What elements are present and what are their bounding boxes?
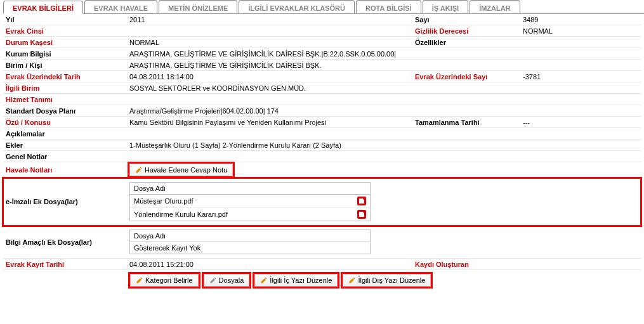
tab-imzalar[interactable]: İMZALAR [470, 0, 520, 13]
file-name: Yönlendirme Kurulu Kararı.pdf [134, 211, 357, 218]
pdf-icon[interactable] [357, 210, 366, 219]
file-row[interactable]: Müsteşar Oluru.pdf [130, 195, 370, 208]
bilgi-file-table: Dosya Adı Gösterecek Kayıt Yok [129, 230, 371, 254]
value-sayi: 3489 [520, 14, 590, 25]
label-yil: Yıl [3, 14, 127, 25]
label-evrak-cinsi: Evrak Cinsi [3, 25, 127, 36]
value-kaydi-olusturan [520, 259, 590, 269]
label-aciklama: Açıklamalar [3, 128, 127, 139]
tab-evrak-havale[interactable]: EVRAK HAVALE [84, 0, 157, 13]
value-evrak-cinsi [127, 25, 412, 36]
label-birim-kisi: Birim / Kişi [3, 60, 127, 70]
file-row[interactable]: Yönlendirme Kurulu Kararı.pdf [130, 208, 370, 221]
pencil-icon [348, 276, 356, 284]
label-kurum: Kurum Bilgisi [3, 48, 127, 59]
havale-cevap-button[interactable]: Havale Edene Cevap Notu [129, 164, 233, 176]
value-ozellikler [520, 37, 590, 48]
pencil-icon [260, 276, 268, 284]
value-ekler: 1-Müsteşarlık Oluru (1 Sayfa) 2-Yönlendi… [127, 139, 641, 150]
file-name: Müsteşar Oluru.pdf [134, 197, 357, 205]
label-ekler: Ekler [3, 139, 127, 150]
label-hizmet: Hizmet Tanımı [3, 94, 127, 105]
label-sayi2: Evrak Üzerindeki Sayı [412, 71, 520, 82]
eimza-file-table: Dosya Adı Müsteşar Oluru.pdf Yönlendirme… [129, 182, 371, 221]
label-ozellikler: Özellikler [412, 37, 520, 48]
eimza-section: e-İmzalı Ek Dosya(lar) Dosya Adı Müsteşa… [3, 178, 641, 226]
value-hizmet [127, 94, 641, 105]
bilgi-table-header: Dosya Adı [130, 230, 370, 242]
cell-havale-not: Havale Edene Cevap Notu [127, 162, 641, 178]
tab-rota-bilgisi[interactable]: ROTA BİLGİSİ [356, 0, 421, 13]
value-durum: NORMAL [127, 37, 412, 48]
dis-yazi-button[interactable]: İlgili Dış Yazı Düzenle [343, 274, 431, 287]
value-tamamlanma: --- [520, 117, 590, 127]
label-kayit-tarih: Evrak Kayıt Tarihi [3, 259, 127, 269]
havale-cevap-label: Havale Edene Cevap Notu [145, 166, 227, 174]
value-sayi2: -3781 [520, 71, 590, 82]
pencil-icon [209, 276, 217, 284]
dosyala-button[interactable]: Dosyala [204, 274, 250, 287]
value-dosya-plan: Araştırma/Geliştirme Projeleri|604.02.00… [127, 105, 641, 116]
tab-evrak-bilgileri[interactable]: EVRAK BİLGİLERİ [3, 1, 83, 14]
label-ilgili-birim: İlgili Birim [3, 82, 127, 93]
value-ilgili-birim: SOSYAL SEKTÖRLER ve KOORDİNASYON GEN.MÜD… [127, 82, 641, 93]
pencil-icon [135, 166, 143, 174]
label-tarih: Evrak Üzerindeki Tarih [3, 71, 127, 82]
value-birim-kisi: ARAŞTIRMA, GELİŞTİRME VE GİRİŞİMCİLİK DA… [127, 60, 641, 70]
eimza-table-header: Dosya Adı [130, 183, 370, 195]
value-tarih: 04.08.2011 18:14:00 [127, 71, 412, 82]
value-gizlilik: NORMAL [520, 25, 590, 36]
label-sayi: Sayı [412, 14, 520, 25]
tab-metin-onizleme[interactable]: METİN ÖNİZLEME [159, 0, 237, 13]
label-bilgi-ek: Bilgi Amaçlı Ek Dosya(lar) [3, 226, 127, 258]
label-durum: Durum Kaşesi [3, 37, 127, 48]
ic-yazi-label: İlgili İç Yazı Düzenle [270, 276, 332, 284]
value-kurum: ARAŞTIRMA, GELİŞTİRME VE GİRİŞİMCİLİK DA… [127, 48, 641, 59]
dosyala-label: Dosyala [219, 276, 244, 284]
pencil-icon [136, 276, 143, 284]
label-tamamlanma: Tamamlanma Tarihi [412, 117, 520, 127]
label-dosya-plan: Standart Dosya Planı [3, 105, 127, 116]
pdf-icon[interactable] [357, 197, 366, 205]
value-aciklama [127, 128, 641, 139]
label-eimza: e-İmzalı Ek Dosya(lar) [3, 178, 127, 225]
value-yil: 2011 [127, 14, 412, 25]
no-record-row: Gösterecek Kayıt Yok [130, 242, 370, 254]
value-ozu: Kamu Sektörü Bilgisinin Paylaşımı ve Yen… [127, 117, 412, 127]
kategori-belirle-button[interactable]: Kategori Belirle [130, 274, 199, 287]
label-genel-not: Genel Notlar [3, 151, 127, 162]
value-kayit-tarih: 04.08.2011 15:21:00 [127, 259, 412, 269]
value-genel-not [127, 151, 641, 162]
label-gizlilik: Gizlilik Derecesi [412, 25, 520, 36]
dis-yazi-label: İlgili Dış Yazı Düzenle [358, 276, 425, 284]
label-ozu: Özü / Konusu [3, 117, 127, 127]
action-bar: Kategori Belirle Dosyala İlgili İç Yazı … [3, 270, 641, 290]
label-kaydi-olusturan: Kaydı Oluşturan [412, 259, 520, 269]
kategori-label: Kategori Belirle [145, 276, 193, 284]
label-havale-not: Havale Notları [3, 162, 127, 178]
no-record-text: Gösterecek Kayıt Yok [134, 244, 366, 252]
tab-bar: EVRAK BİLGİLERİ EVRAK HAVALE METİN ÖNİZL… [3, 0, 644, 14]
tab-is-akisi[interactable]: İŞ AKIŞI [423, 0, 468, 13]
ic-yazi-button[interactable]: İlgili İç Yazı Düzenle [254, 274, 338, 287]
tab-ilgili-evraklar[interactable]: İLGİLİ EVRAKLAR KLASÖRÜ [239, 0, 355, 13]
